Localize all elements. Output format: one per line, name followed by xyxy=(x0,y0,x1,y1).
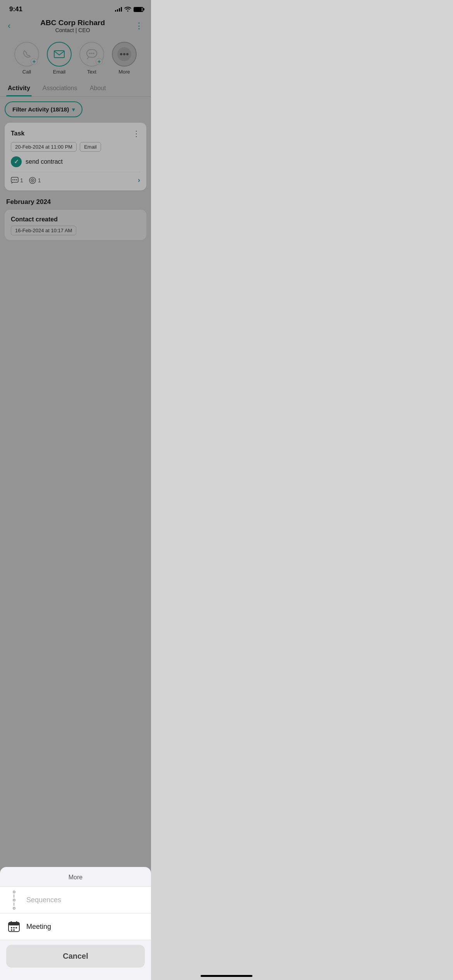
bottom-sheet-overlay xyxy=(0,0,151,327)
